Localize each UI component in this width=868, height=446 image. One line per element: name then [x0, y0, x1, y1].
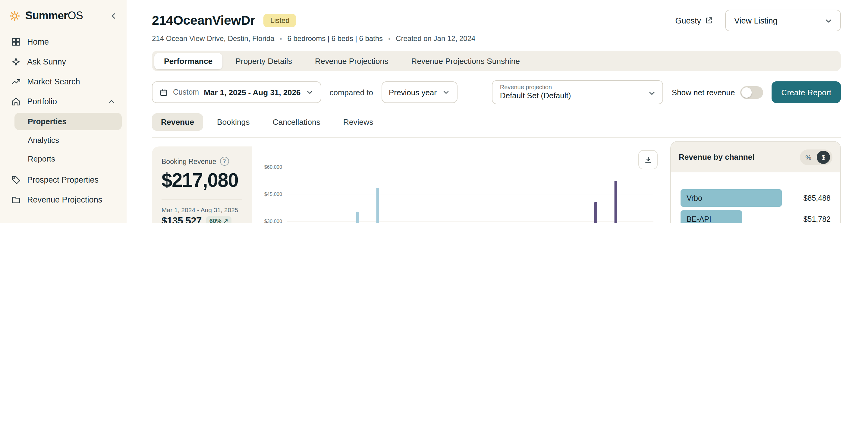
chevron-up-icon: [107, 97, 116, 106]
house-icon: [11, 96, 21, 107]
sidebar-item-label: Properties: [28, 117, 67, 126]
tag-icon: [11, 175, 21, 185]
status-badge: Listed: [264, 14, 296, 27]
percent-dollar-toggle[interactable]: % $: [800, 149, 832, 165]
compare-period-dropdown[interactable]: Previous year: [381, 82, 457, 103]
tab-cancellations[interactable]: Cancellations: [264, 113, 330, 131]
property-address: 214 Ocean View Drive, Destin, Florida: [152, 34, 274, 43]
tab-revenue[interactable]: Revenue: [152, 113, 203, 131]
tab-bookings[interactable]: Bookings: [208, 113, 259, 131]
tab-reviews[interactable]: Reviews: [334, 113, 382, 131]
sidebar-item-revenue-projections[interactable]: Revenue Projections: [5, 190, 122, 210]
create-report-button[interactable]: Create Report: [772, 82, 841, 103]
sidebar-item-label: Prospect Properties: [27, 176, 98, 184]
summeros-logo-icon: [8, 10, 21, 22]
date-range-picker[interactable]: Custom Mar 1, 2025 - Aug 31, 2026: [152, 82, 321, 103]
app-root: SummerOS Home Ask Sunny Market Search Po…: [0, 0, 868, 223]
range-type-label: Custom: [173, 88, 199, 96]
bullet: •: [388, 35, 390, 42]
dollar-option[interactable]: $: [817, 150, 830, 164]
revenue-by-channel-panel: Revenue by channel % $ Vrbo$85,488BE-API…: [670, 141, 841, 223]
trending-up-icon: [11, 76, 21, 87]
projection-value: Default Set (Default): [500, 91, 642, 100]
subtab-label: Cancellations: [273, 118, 320, 127]
tab-revenue-projections-sunshine[interactable]: Revenue Projections Sunshine: [401, 53, 530, 69]
help-icon[interactable]: ?: [220, 157, 229, 166]
filter-row: Custom Mar 1, 2025 - Aug 31, 2026 compar…: [152, 80, 841, 104]
property-created: Created on Jan 12, 2024: [396, 34, 475, 43]
booking-revenue-card: Booking Revenue ? $217,080 Mar 1, 2024 -…: [152, 147, 659, 223]
trend-badge: 60% ↗: [207, 216, 231, 223]
sidebar-item-analytics[interactable]: Analytics: [14, 131, 122, 149]
external-link-icon: [705, 16, 713, 25]
sidebar-item-home[interactable]: Home: [5, 32, 122, 52]
tab-property-details[interactable]: Property Details: [226, 53, 302, 69]
chevron-down-icon: [824, 16, 833, 25]
revenue-chart-svg: $0$15,000$30,000$45,000$60,000Mar'25Apr'…: [255, 160, 656, 223]
page-title: 214OceanViewDr: [152, 13, 255, 28]
sidebar-item-portfolio[interactable]: Portfolio: [5, 92, 122, 112]
prev-period-value: $135,527: [161, 215, 202, 223]
channel-value: $51,782: [804, 215, 831, 223]
folder-icon: [11, 195, 21, 205]
calendar-icon: [159, 88, 168, 97]
channel-list: Vrbo$85,488BE-API$51,782Vrbo$25,583inher…: [671, 172, 840, 223]
sidebar-item-reports[interactable]: Reports: [14, 150, 122, 167]
net-revenue-label: Show net revenue: [672, 88, 735, 97]
sidebar-item-label: Ask Sunny: [27, 57, 66, 66]
prev-period-label: Mar 1, 2024 - Aug 31, 2025: [161, 206, 242, 213]
compare-value: Previous year: [389, 88, 437, 97]
booking-revenue-label: Booking Revenue: [161, 158, 216, 165]
tab-label: Property Details: [236, 56, 292, 65]
compared-to-label: compared to: [330, 88, 373, 97]
sidebar-item-label: Market Search: [27, 77, 80, 86]
portfolio-subnav: Properties Analytics Reports: [5, 113, 122, 167]
grid-icon: [11, 37, 21, 47]
channel-panel-header: Revenue by channel % $: [671, 141, 840, 172]
subtab-label: Reviews: [343, 118, 373, 127]
main-tabs: Performance Property Details Revenue Pro…: [152, 51, 841, 71]
chevron-down-icon: [648, 89, 657, 98]
channel-name: Vrbo: [681, 194, 702, 202]
view-listing-dropdown[interactable]: View Listing: [725, 10, 841, 31]
property-subtitle: 214 Ocean View Drive, Destin, Florida • …: [152, 34, 841, 43]
chevron-down-icon: [441, 88, 450, 96]
svg-text:$45,000: $45,000: [264, 191, 282, 197]
sidebar-item-label: Reports: [28, 154, 55, 163]
guesty-label: Guesty: [675, 16, 701, 25]
sidebar-item-label: Portfolio: [27, 97, 57, 106]
sparkle-icon: [11, 57, 21, 67]
channel-panel-title: Revenue by channel: [679, 153, 754, 162]
sidebar-item-market-search[interactable]: Market Search: [5, 72, 122, 92]
sidebar: SummerOS Home Ask Sunny Market Search Po…: [0, 0, 127, 223]
channel-value: $85,488: [804, 194, 831, 202]
download-chart-button[interactable]: [638, 150, 658, 169]
guesty-link[interactable]: Guesty: [675, 16, 713, 25]
revenue-projection-select[interactable]: Revenue projection Default Set (Default): [492, 80, 663, 104]
sidebar-collapse-button[interactable]: [109, 11, 118, 21]
subtab-label: Revenue: [161, 118, 194, 127]
booking-revenue-total: $217,080: [161, 169, 242, 192]
bullet: •: [280, 35, 282, 42]
sidebar-item-label: Home: [27, 37, 49, 46]
sidebar-item-properties[interactable]: Properties: [14, 113, 122, 130]
chevron-down-icon: [306, 88, 314, 96]
sidebar-item-label: Analytics: [28, 136, 59, 145]
property-specs: 6 bedrooms | 6 beds | 6 baths: [287, 34, 383, 43]
percent-option[interactable]: %: [800, 153, 817, 161]
main-content: 214OceanViewDr Listed Guesty View Listin…: [127, 0, 868, 223]
channel-row: Vrbo$85,488: [681, 189, 831, 207]
metric-tabs: Revenue Bookings Cancellations Reviews: [152, 113, 841, 131]
chart-area: $0$15,000$30,000$45,000$60,000Mar'25Apr'…: [252, 147, 659, 223]
net-revenue-toggle[interactable]: [740, 86, 763, 99]
subtab-label: Bookings: [217, 118, 250, 127]
tab-performance[interactable]: Performance: [154, 53, 222, 69]
date-range-value: Mar 1, 2025 - Aug 31, 2026: [204, 88, 301, 97]
tab-revenue-projections[interactable]: Revenue Projections: [305, 53, 398, 69]
channel-row: BE-API$51,782: [681, 210, 831, 223]
sidebar-item-ask-sunny[interactable]: Ask Sunny: [5, 52, 122, 72]
sidebar-item-prospect-properties[interactable]: Prospect Properties: [5, 170, 122, 190]
svg-text:$60,000: $60,000: [264, 164, 282, 170]
sidebar-item-label: Revenue Projections: [27, 195, 102, 204]
revenue-stats-panel: Booking Revenue ? $217,080 Mar 1, 2024 -…: [152, 147, 252, 223]
